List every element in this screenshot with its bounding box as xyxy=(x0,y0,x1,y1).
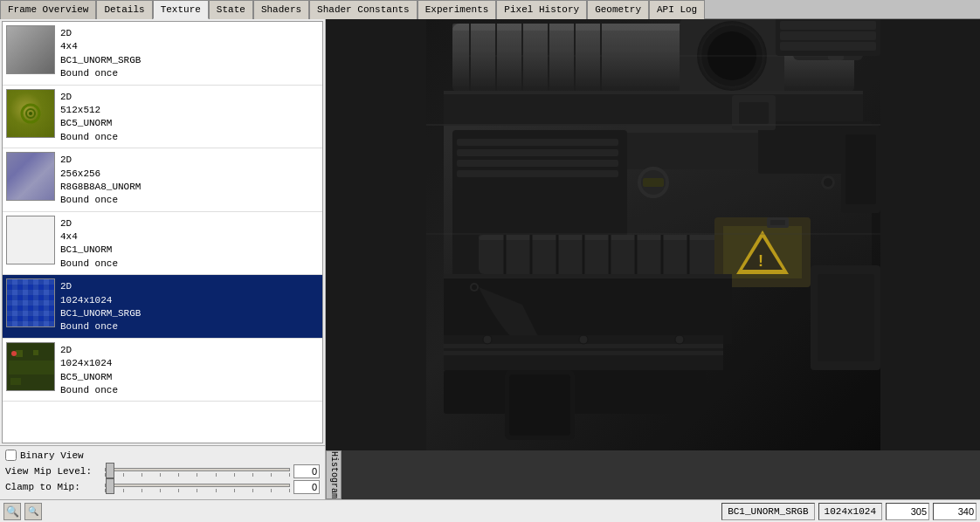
svg-rect-4 xyxy=(9,361,54,374)
zoom-in-icon: 🔍 xyxy=(6,505,19,518)
mip-level-slider-container xyxy=(105,466,290,477)
svg-point-2 xyxy=(29,112,32,115)
texture-info-4: 2D 1024x1024 BC1_UNORM_SRGB Bound once xyxy=(60,278,141,334)
clamp-mip-track[interactable] xyxy=(105,484,290,487)
tab-bar: Frame Overview Details Texture State Sha… xyxy=(0,0,980,19)
svg-rect-7 xyxy=(10,378,21,385)
svg-point-8 xyxy=(11,351,17,356)
zoom-out-button[interactable]: 🔍 xyxy=(24,503,42,520)
main-content: 2D 4x4 BC1_UNORM_SRGB Bound once xyxy=(0,19,980,499)
coord-x-input[interactable] xyxy=(886,503,929,520)
texture-item-1[interactable]: 2D 512x512 BC5_UNORM Bound once xyxy=(3,86,322,149)
ctick-1 xyxy=(123,489,124,492)
texture-format-display: BC1_UNORM_SRGB xyxy=(721,503,814,520)
binary-view-checkbox[interactable] xyxy=(5,450,17,461)
tab-state[interactable]: State xyxy=(209,0,253,19)
tab-details[interactable]: Details xyxy=(96,0,152,19)
texture-item-5[interactable]: 2D 1024x1024 BC5_UNORM Bound once xyxy=(3,339,322,402)
tick-6 xyxy=(216,473,217,477)
ctick-2 xyxy=(141,489,142,492)
clamp-mip-thumb[interactable] xyxy=(106,478,114,494)
status-bar: 🔍 🔍 BC1_UNORM_SRGB 1024x1024 xyxy=(0,499,980,522)
clamp-mip-row: Clamp to Mip: xyxy=(5,480,320,494)
texture-info-1: 2D 512x512 BC5_UNORM Bound once xyxy=(60,89,118,145)
tab-pixel-history[interactable]: Pixel History xyxy=(496,0,587,19)
tab-geometry[interactable]: Geometry xyxy=(587,0,649,19)
texture-preview-svg: ! xyxy=(426,19,880,450)
status-bar-left: 🔍 🔍 xyxy=(3,503,42,520)
tab-experiments[interactable]: Experiments xyxy=(418,0,497,19)
texture-thumb-0 xyxy=(6,25,55,74)
mip-level-thumb[interactable] xyxy=(106,463,114,478)
texture-thumb-1 xyxy=(6,89,55,138)
tab-shaders[interactable]: Shaders xyxy=(253,0,309,19)
tick-5 xyxy=(197,473,197,477)
clamp-mip-value[interactable] xyxy=(293,480,320,494)
texture-thumb-4 xyxy=(6,278,55,327)
tick-9 xyxy=(271,473,272,477)
texture-info-2: 2D 256x256 R8G8B8A8_UNORM Bound once xyxy=(60,152,141,208)
ctick-4 xyxy=(178,489,179,492)
texture-info-5: 2D 1024x1024 BC5_UNORM Bound once xyxy=(60,342,118,398)
texture-thumb-5 xyxy=(6,342,55,391)
clamp-mip-label: Clamp to Mip: xyxy=(5,482,101,492)
svg-rect-5 xyxy=(16,350,23,357)
ctick-10 xyxy=(289,489,290,492)
ctick-9 xyxy=(271,489,272,492)
clamp-mip-slider-container xyxy=(105,482,290,492)
binary-view-row: Binary View xyxy=(5,450,320,461)
status-bar-right: BC1_UNORM_SRGB 1024x1024 xyxy=(721,503,977,520)
green-swirl-icon xyxy=(18,101,43,126)
ctick-8 xyxy=(252,489,253,492)
mip-level-value[interactable] xyxy=(293,464,320,478)
image-area: ! xyxy=(326,19,980,450)
green-circuit-icon xyxy=(7,343,55,391)
tab-api-log[interactable]: API Log xyxy=(649,0,705,19)
tick-1 xyxy=(123,473,124,477)
texture-item-3[interactable]: 2D 4x4 BC1_UNORM Bound once xyxy=(3,212,322,276)
texture-dimensions-display: 1024x1024 xyxy=(818,503,882,520)
texture-item-4[interactable]: 2D 1024x1024 BC1_UNORM_SRGB Bound once xyxy=(3,275,322,339)
tick-8 xyxy=(252,473,253,477)
left-panel: 2D 4x4 BC1_UNORM_SRGB Bound once xyxy=(0,19,326,499)
binary-view-label[interactable]: Binary View xyxy=(20,450,84,461)
histogram-panel[interactable]: Histogram xyxy=(326,450,342,499)
texture-info-3: 2D 4x4 BC1_UNORM Bound once xyxy=(60,216,118,271)
ctick-3 xyxy=(160,489,161,492)
tab-texture[interactable]: Texture xyxy=(153,0,209,19)
svg-rect-86 xyxy=(426,19,880,450)
ctick-6 xyxy=(216,489,217,492)
tick-3 xyxy=(160,473,161,477)
tick-10 xyxy=(289,473,290,477)
svg-rect-6 xyxy=(33,350,38,355)
coord-y-input[interactable] xyxy=(933,503,977,520)
zoom-out-icon: 🔍 xyxy=(28,506,38,516)
texture-item-2[interactable]: 2D 256x256 R8G8B8A8_UNORM Bound once xyxy=(3,148,322,212)
mip-level-track[interactable] xyxy=(105,468,290,471)
tab-shader-constants[interactable]: Shader Constants xyxy=(309,0,418,19)
texture-list[interactable]: 2D 4x4 BC1_UNORM_SRGB Bound once xyxy=(2,21,323,443)
tab-frame-overview[interactable]: Frame Overview xyxy=(0,0,96,19)
right-panel: ! xyxy=(326,19,980,499)
tick-7 xyxy=(234,473,235,477)
texture-info-0: 2D 4x4 BC1_UNORM_SRGB Bound once xyxy=(60,25,141,81)
texture-thumb-2 xyxy=(6,152,55,201)
ctick-5 xyxy=(197,489,197,492)
mip-level-label: View Mip Level: xyxy=(5,466,101,477)
texture-item-0[interactable]: 2D 4x4 BC1_UNORM_SRGB Bound once xyxy=(3,22,322,86)
tick-4 xyxy=(178,473,179,477)
zoom-in-button[interactable]: 🔍 xyxy=(3,503,21,520)
ctick-7 xyxy=(234,489,235,492)
bottom-controls: Binary View View Mip Level: xyxy=(0,445,325,499)
texture-thumb-3 xyxy=(6,216,55,264)
mip-level-row: View Mip Level: xyxy=(5,464,320,478)
tick-2 xyxy=(141,473,142,477)
